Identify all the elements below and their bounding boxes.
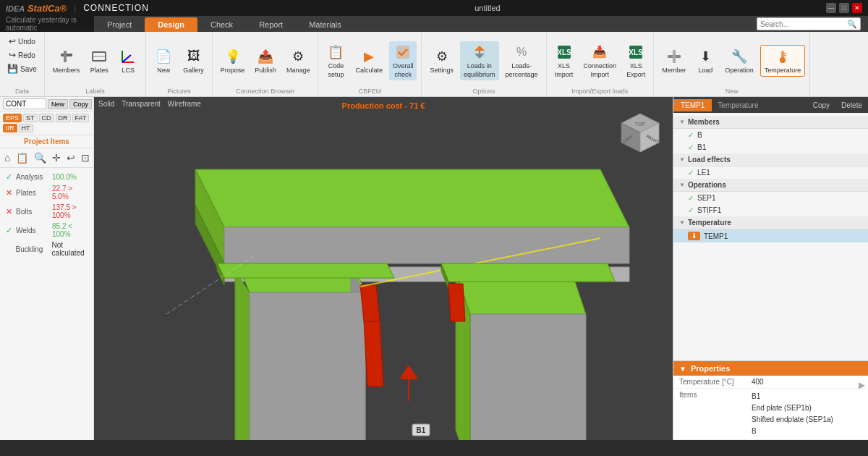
search-icon2[interactable]: 🔍 [33,151,48,165]
right-panel-tabs: TEMP1 Temperature Copy Delete [673,97,868,113]
new-member-button[interactable]: Member [658,46,689,76]
properties-content: ▶ Temperature [°C] 400 Items B1End plate… [673,376,868,440]
tree-item-le1[interactable]: ✓ LE1 [673,166,868,179]
connection-import-button[interactable]: 📥 Connection Import [580,41,621,80]
gallery-button[interactable]: 🖼 Gallery [179,46,208,76]
calculate-button[interactable]: ▶ Calculate [352,46,386,76]
save-icon: 💾 [7,64,18,74]
xls-export-icon: XLS [627,43,644,61]
temp1-label: TEMP1 [704,232,728,240]
tree-item-b[interactable]: ✓ B [673,129,868,141]
tree-section-operations[interactable]: ▼ Operations [673,179,868,192]
propose-button[interactable]: 💡 Propose [217,46,249,76]
svg-marker-43 [360,285,380,321]
settings-button[interactable]: ⚙ Settings [426,46,457,76]
xls-export-button[interactable]: XLS XLS Export [623,41,649,80]
save-button[interactable]: 💾 Save [4,62,40,75]
rotate-icon[interactable]: ↩ [65,151,77,165]
new-operation-icon: 🔧 [731,48,748,65]
add-icon[interactable]: ✛ [51,151,62,165]
filter-tag-iir[interactable]: IIR [3,124,17,132]
filter-tag-fat[interactable]: FAT [72,114,90,122]
prop-label-temperature: Temperature [°C] [673,376,746,389]
properties-expand-icon[interactable]: ▶ [859,380,865,390]
loads-percentage-button[interactable]: % Loads- percentage [502,41,542,80]
bolts-value: 137.5 > 100% [52,203,88,219]
members-button[interactable]: Members [49,46,84,76]
ribbon-group-options: ⚙ Settings Loads in equilibrium % Loads-… [422,32,546,96]
search-input[interactable] [760,20,847,28]
prop-value-temperature[interactable]: 400 [746,376,868,389]
settings-icon: ⚙ [433,48,451,65]
rp-delete-action[interactable]: Delete [835,99,868,111]
close-button[interactable]: ✕ [852,3,862,13]
new-operation-button[interactable]: 🔧 Operation [721,46,757,76]
tree-section-temperature[interactable]: ▼ Temperature [673,216,868,229]
tree-item-sep1[interactable]: ✓ SEP1 [673,192,868,204]
bolts-err-icon: ✕ [6,207,12,216]
rp-copy-action[interactable]: Copy [807,99,835,111]
new-conn-button[interactable]: New [48,99,68,109]
copy-icon[interactable]: 📋 [14,151,30,165]
manage-button[interactable]: ⚙ Manage [283,46,314,76]
new-picture-button[interactable]: 📄 New [150,46,176,76]
window-controls[interactable]: — □ ✕ [826,3,862,13]
b1-check-icon: ✓ [688,143,694,151]
le1-check-icon: ✓ [688,169,694,177]
maximize-button[interactable]: □ [839,3,849,13]
new-temperature-button[interactable]: Temperature [760,45,806,77]
tab-check[interactable]: Check [197,17,246,32]
svg-marker-47 [470,314,586,440]
filter-tag-dr[interactable]: DR [56,114,71,122]
copy-conn-button[interactable]: Copy [69,99,92,109]
view-solid-button[interactable]: Solid [98,100,114,108]
tree-section-members[interactable]: ▼ Members [673,116,868,129]
filter-tag-eps[interactable]: EPS [3,114,22,122]
minimize-button[interactable]: — [826,3,836,13]
new-member-icon [665,48,683,65]
tree-section-load-effects[interactable]: ▼ Load effects [673,153,868,166]
svg-text:XLS: XLS [557,48,571,56]
sep1-check-icon: ✓ [688,194,694,202]
tab-design[interactable]: Design [145,17,197,32]
tab-report[interactable]: Report [246,17,296,32]
status-plates: ✕ Plates 22.7 > 5.0% [6,185,88,200]
filter-tag-st[interactable]: ST [23,114,38,122]
frame-icon[interactable]: ⊡ [80,151,91,165]
properties-collapse-icon[interactable]: ▼ [679,365,686,373]
svg-text:XLS: XLS [629,48,643,56]
left-panel: New Copy EPS ST CD DR FAT IIR HT Project… [0,97,94,440]
plates-button[interactable]: Plates [86,46,112,76]
code-setup-button[interactable]: 📋 Code setup [323,41,349,80]
rp-tab-temp1[interactable]: TEMP1 [673,99,712,111]
svg-rect-1 [64,51,67,62]
xls-import-button[interactable]: XLS XLS Import [551,41,577,80]
tree-item-b1[interactable]: ✓ B1 [673,141,868,153]
cont-input[interactable] [3,98,46,109]
view-transparent-button[interactable]: Transparent [122,100,161,108]
tab-project[interactable]: Project [94,17,145,32]
undo-button[interactable]: ↩ Undo [6,35,38,48]
loads-equilibrium-button[interactable]: Loads in equilibrium [460,41,499,80]
cube-gizmo[interactable]: TOP LEFT RIGHT [617,110,664,157]
view-wireframe-button[interactable]: Wireframe [168,100,201,108]
b-label: B [697,131,702,139]
ribbon: ↩ Undo ↪ Redo 💾 Save Data Members [0,32,868,97]
new-load-button[interactable]: ⬇ Load [692,46,718,76]
calculate-icon: ▶ [360,48,378,65]
tree-item-stiff1[interactable]: ✓ STIFF1 [673,204,868,216]
publish-button[interactable]: 📤 Publish [251,46,280,76]
bolts-label: Bolts [16,208,48,216]
rp-tab-temperature[interactable]: Temperature [712,99,764,111]
lcs-button[interactable]: LCS [115,46,141,76]
filter-tag-cd[interactable]: CD [39,114,54,122]
tree-item-temp1[interactable]: 🌡 TEMP1 [673,229,868,242]
overall-check-button[interactable]: Overall check [389,41,417,80]
filter-tag-ht[interactable]: HT [19,124,33,132]
ribbon-group-options-label: Options [473,86,495,95]
home-icon[interactable]: ⌂ [3,151,12,165]
tab-materials[interactable]: Materials [296,17,354,32]
lcs-icon [119,48,137,65]
redo-button[interactable]: ↪ Redo [6,48,38,62]
new-load-icon: ⬇ [697,48,714,65]
